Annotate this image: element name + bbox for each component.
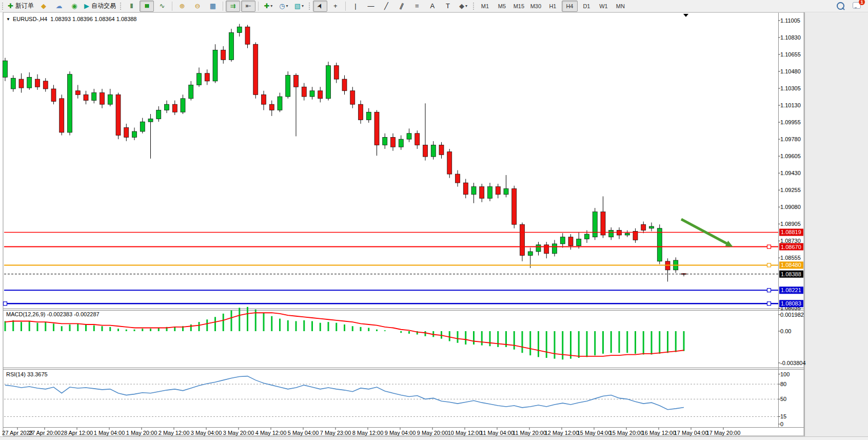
rsi-axis-label: 15 <box>780 413 786 419</box>
toolbar-drag-handle[interactable] <box>2 2 4 10</box>
signals-button[interactable]: ◉ <box>67 1 82 12</box>
fibo-button[interactable]: ≡ <box>410 1 424 12</box>
time-axis-label: 9 May 20:00 <box>417 430 448 436</box>
timeframe-button-mn[interactable]: MN <box>613 1 628 12</box>
candle <box>75 91 80 95</box>
autotrading-button-label: 自动交易 <box>91 2 116 10</box>
toolbar-drag-handle[interactable] <box>308 2 311 10</box>
candle <box>19 79 24 88</box>
candle <box>229 33 234 60</box>
hline-button[interactable]: — <box>364 1 378 12</box>
time-axis-label: 1 May 04:00 <box>94 430 125 436</box>
publish-button[interactable]: ☁ <box>52 1 66 12</box>
timeframe-button-m5[interactable]: M5 <box>494 1 510 12</box>
chart-shift-button[interactable]: ⇤ <box>241 1 255 12</box>
status-bar <box>0 436 868 440</box>
periods-button[interactable]: ◷▾ <box>277 1 291 12</box>
candle <box>35 79 40 87</box>
candle <box>415 133 420 145</box>
trendline-button[interactable]: ╱ <box>379 1 393 12</box>
arrows-icon: ◆ <box>459 3 464 9</box>
chart-menu-caret-icon[interactable]: ▼ <box>6 17 10 22</box>
price-axis-label: 1.09255 <box>780 187 801 193</box>
candle <box>181 99 185 112</box>
time-axis-label: 5 May 04:00 <box>288 430 319 436</box>
crosshair-button[interactable]: + <box>328 1 343 12</box>
candle <box>456 174 460 183</box>
notifications-button[interactable]: 1 <box>853 2 861 10</box>
auto-scroll-button[interactable]: ⇉ <box>226 1 240 12</box>
toolbar-drag-handle[interactable] <box>472 2 475 10</box>
autotrading-button[interactable]: ▶自动交易 <box>83 1 117 12</box>
candle <box>488 187 492 199</box>
timeframe-button-m15[interactable]: M15 <box>511 1 527 12</box>
line-handle[interactable] <box>767 302 771 305</box>
candle <box>286 75 290 97</box>
price-axis-label: 1.10130 <box>780 102 801 108</box>
zoom-out-button[interactable]: ⊖ <box>190 1 205 12</box>
channel-button[interactable]: ∥ <box>394 1 409 12</box>
line-handle[interactable] <box>767 289 771 292</box>
candle <box>407 133 411 139</box>
time-axis-label: 17 May 04:00 <box>674 430 708 436</box>
candle <box>617 230 622 235</box>
cursor-icon: ➤ <box>316 2 324 10</box>
autotrading-icon: ▶ <box>84 3 89 9</box>
candle <box>100 93 105 105</box>
cursor-button[interactable]: ➤ <box>313 1 327 12</box>
indicators-button[interactable]: ✚▾ <box>261 1 275 12</box>
line-handle[interactable] <box>767 245 771 248</box>
tile-windows-button[interactable]: ▦ <box>206 1 220 12</box>
timeframe-button-w1[interactable]: W1 <box>596 1 611 12</box>
symbol-ohlc-text: EURUSD-,H4 1.08393 1.08396 1.08364 1.083… <box>13 16 137 22</box>
templates-button[interactable]: ▧▾ <box>292 1 306 12</box>
candle <box>504 188 508 194</box>
line-handle[interactable] <box>767 263 771 267</box>
zoom-in-button[interactable]: ⊕ <box>175 1 189 12</box>
candle <box>278 97 282 110</box>
candle <box>68 74 72 132</box>
time-axis-label: 16 May 12:00 <box>642 430 676 436</box>
candle <box>471 187 476 195</box>
text-button[interactable]: A <box>425 1 440 12</box>
vertical-line-icon: | <box>354 3 356 9</box>
line-chart-button[interactable]: ∿ <box>155 1 169 12</box>
timeframe-button-h1[interactable]: H1 <box>545 1 561 12</box>
search-icon[interactable] <box>837 2 844 10</box>
timeframe-button-h4[interactable]: H4 <box>562 1 578 12</box>
candle <box>649 226 654 228</box>
label-button[interactable]: T <box>441 1 455 12</box>
chevron-down-icon[interactable]: ▾ <box>270 4 272 8</box>
price-axis-label: 1.10305 <box>780 85 801 91</box>
price-axis-label: 1.09080 <box>780 204 801 210</box>
new-order-button[interactable]: ✚新订单 <box>6 1 35 12</box>
chevron-down-icon[interactable]: ▾ <box>286 4 288 8</box>
symbol-ohlc-line[interactable]: ▼EURUSD-,H4 1.08393 1.08396 1.08364 1.08… <box>6 16 136 22</box>
price-axis-label: 1.10830 <box>780 34 801 41</box>
candle <box>609 230 614 237</box>
candle <box>310 91 314 97</box>
line-handle[interactable] <box>4 302 7 305</box>
chevron-down-icon[interactable]: ▾ <box>465 4 467 8</box>
time-axis-label: 11 May 20:00 <box>512 430 546 436</box>
timeframe-button-m1[interactable]: M1 <box>477 1 493 12</box>
vline-button[interactable]: | <box>348 1 363 12</box>
candle-chart-button[interactable]: ▮▮ <box>140 1 154 12</box>
chart-canvas[interactable]: 1.110051.108301.106551.104801.103051.101… <box>0 0 868 440</box>
candle <box>92 93 96 101</box>
candle <box>253 44 258 94</box>
time-axis-label: 10 May 12:00 <box>448 430 482 436</box>
timeframe-button-m30[interactable]: M30 <box>528 1 544 12</box>
timeframe-button-d1[interactable]: D1 <box>579 1 595 12</box>
candle <box>237 27 242 32</box>
template-icon: ▧ <box>294 3 301 9</box>
chevron-down-icon[interactable]: ▾ <box>302 4 304 8</box>
styler-button[interactable]: ◆ <box>36 1 51 12</box>
bar-chart-button[interactable]: ||| <box>124 1 139 12</box>
arrows-button[interactable]: ◆▾ <box>456 1 470 12</box>
price-badge-text: 1.08083 <box>781 300 801 307</box>
candle <box>399 139 403 147</box>
candle <box>383 137 387 145</box>
candle <box>359 104 363 120</box>
toolbar-drag-handle[interactable] <box>120 2 122 10</box>
